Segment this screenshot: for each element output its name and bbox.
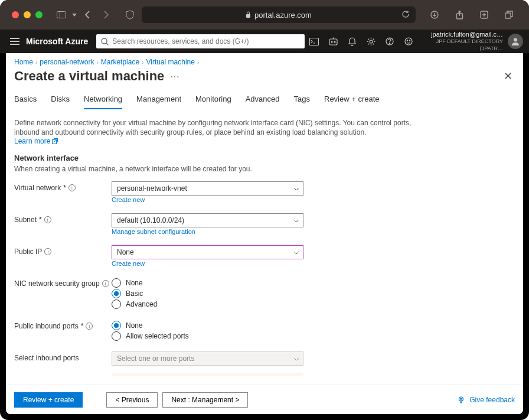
- downloads-icon[interactable]: [426, 6, 443, 23]
- select-ports-label: Select inbound ports: [14, 354, 79, 362]
- review-create-button[interactable]: Review + create: [14, 392, 83, 408]
- azure-header: Microsoft Azure jpatrick.fulton@gmail.c……: [0, 30, 529, 53]
- account-email: jpatrick.fulton@gmail.c…: [420, 31, 503, 38]
- manage-subnet-link[interactable]: Manage subnet configuration: [112, 228, 195, 235]
- url-bar[interactable]: portal.azure.com: [142, 6, 416, 23]
- more-actions-icon[interactable]: ⋯: [170, 71, 179, 82]
- feedback-smiley-icon[interactable]: [399, 37, 418, 46]
- account-directory: JPF DEFAULT DIRECTORY (JPATR…: [420, 38, 503, 52]
- browser-titlebar: portal.azure.com: [0, 0, 529, 30]
- close-window-button[interactable]: [12, 11, 19, 18]
- svg-point-18: [370, 40, 373, 43]
- close-blade-button[interactable]: ✕: [501, 67, 515, 85]
- search-input[interactable]: [112, 37, 300, 45]
- breadcrumb-personal-network[interactable]: personal-network: [40, 58, 94, 66]
- create-new-vnet-link[interactable]: Create new: [112, 196, 145, 203]
- chevron-down-icon: [293, 184, 299, 193]
- menu-icon[interactable]: [6, 38, 24, 45]
- info-icon[interactable]: i: [102, 280, 109, 287]
- warning-callout: ▲ This will allow all IP addresses to ac…: [112, 373, 303, 376]
- svg-rect-2: [246, 14, 250, 18]
- tab-networking[interactable]: Networking: [84, 91, 122, 109]
- svg-point-27: [459, 397, 463, 401]
- reload-icon[interactable]: [401, 10, 410, 20]
- share-icon[interactable]: [451, 6, 468, 23]
- breadcrumb: Home › personal-network › Marketplace › …: [6, 53, 523, 66]
- info-icon[interactable]: i: [44, 248, 51, 255]
- public-ip-label: Public IP: [14, 248, 42, 256]
- svg-point-29: [462, 398, 462, 399]
- svg-point-24: [514, 38, 517, 42]
- notifications-icon[interactable]: [342, 37, 361, 46]
- help-icon[interactable]: [380, 37, 399, 46]
- chevron-down-icon: [293, 216, 299, 224]
- forward-button[interactable]: [98, 6, 115, 23]
- subnet-label: Subnet: [14, 216, 37, 224]
- svg-point-16: [334, 41, 335, 43]
- maximize-window-button[interactable]: [35, 11, 43, 18]
- privacy-shield-icon[interactable]: [122, 6, 138, 23]
- virtual-network-label: Virtual network: [14, 184, 61, 192]
- svg-rect-14: [329, 39, 337, 45]
- nsg-radio-none[interactable]: None: [112, 278, 303, 288]
- svg-point-21: [405, 38, 412, 45]
- svg-rect-0: [57, 12, 66, 18]
- svg-point-22: [407, 40, 407, 41]
- dropdown-chevron-icon[interactable]: [70, 6, 79, 23]
- search-box[interactable]: [96, 34, 305, 48]
- avatar: [508, 34, 523, 49]
- learn-more-link[interactable]: Learn more: [14, 137, 58, 145]
- nsg-radio-basic[interactable]: Basic: [112, 289, 303, 298]
- svg-line-26: [54, 139, 58, 142]
- tab-basics[interactable]: Basics: [14, 91, 37, 109]
- give-feedback-link[interactable]: Give feedback: [458, 396, 515, 404]
- wizard-footer: Review + create < Previous Next : Manage…: [6, 385, 523, 414]
- info-icon[interactable]: i: [86, 323, 93, 330]
- previous-button[interactable]: < Previous: [106, 392, 158, 408]
- sidebar-toggle-icon[interactable]: [53, 6, 70, 23]
- lock-icon: [246, 11, 251, 19]
- virtual-network-select[interactable]: personal-network-vnet: [112, 181, 303, 196]
- page-title: Create a virtual machine: [14, 69, 164, 84]
- tab-monitoring[interactable]: Monitoring: [195, 91, 231, 109]
- minimize-window-button[interactable]: [24, 11, 31, 18]
- chevron-right-icon: ›: [35, 59, 37, 66]
- breadcrumb-home[interactable]: Home: [14, 58, 33, 66]
- url-text: portal.azure.com: [254, 11, 312, 19]
- breadcrumb-marketplace[interactable]: Marketplace: [101, 58, 139, 66]
- azure-logo[interactable]: Microsoft Azure: [26, 37, 88, 46]
- tab-management[interactable]: Management: [136, 91, 181, 109]
- select-ports-dropdown: Select one or more ports: [112, 351, 303, 366]
- inbound-label: Public inbound ports: [14, 322, 79, 330]
- svg-point-15: [331, 41, 332, 43]
- nsg-radio-advanced[interactable]: Advanced: [112, 299, 303, 309]
- chevron-right-icon: ›: [96, 59, 98, 66]
- section-description: When creating a virtual machine, a netwo…: [14, 165, 515, 173]
- tab-review-create[interactable]: Review + create: [324, 91, 380, 109]
- inbound-radio-allow[interactable]: Allow selected ports: [112, 331, 303, 341]
- svg-line-11: [106, 43, 109, 45]
- tabs-icon[interactable]: [501, 6, 517, 23]
- svg-point-10: [102, 38, 107, 44]
- new-tab-icon[interactable]: [476, 6, 492, 23]
- chevron-right-icon: ›: [142, 59, 143, 66]
- info-icon[interactable]: i: [44, 216, 51, 223]
- cloud-shell-icon[interactable]: [305, 37, 324, 46]
- create-new-ip-link[interactable]: Create new: [112, 260, 145, 267]
- tab-advanced[interactable]: Advanced: [246, 91, 280, 109]
- info-icon[interactable]: i: [68, 184, 76, 191]
- subnet-select[interactable]: default (10.10.0.0/24): [112, 213, 303, 227]
- tab-description: Define network connectivity for your vir…: [14, 118, 427, 137]
- tab-tags[interactable]: Tags: [294, 91, 310, 109]
- inbound-radio-none[interactable]: None: [112, 321, 303, 330]
- public-ip-select[interactable]: None: [112, 245, 303, 259]
- back-button[interactable]: [79, 6, 96, 23]
- svg-point-23: [409, 40, 410, 41]
- copilot-icon[interactable]: [324, 37, 342, 46]
- breadcrumb-virtual-machine[interactable]: Virtual machine: [146, 58, 195, 66]
- tab-disks[interactable]: Disks: [51, 91, 70, 109]
- next-button[interactable]: Next : Management >: [162, 392, 248, 408]
- settings-gear-icon[interactable]: [361, 37, 380, 46]
- svg-point-28: [461, 398, 461, 399]
- account-menu[interactable]: jpatrick.fulton@gmail.c… JPF DEFAULT DIR…: [420, 31, 523, 52]
